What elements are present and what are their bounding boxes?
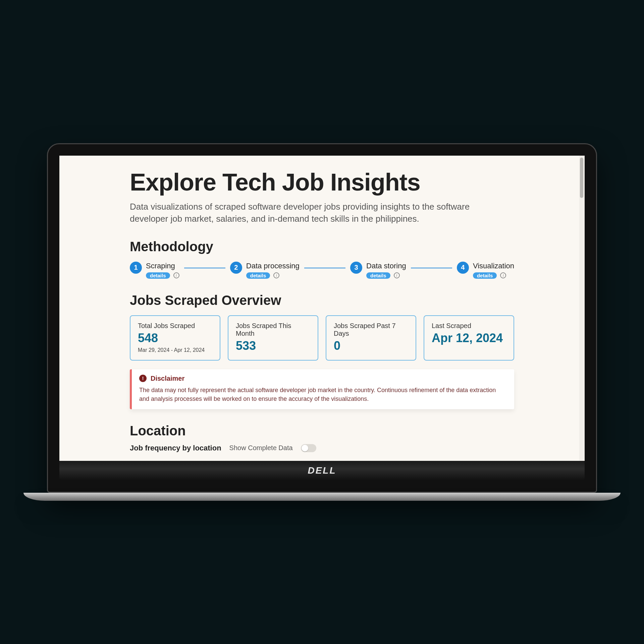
step-connector	[184, 268, 225, 268]
details-button[interactable]: details	[366, 272, 390, 279]
screen: Explore Tech Job Insights Data visualiza…	[59, 156, 585, 461]
info-icon[interactable]: i	[273, 272, 279, 278]
step-visualization: 4 Visualization details i	[457, 262, 514, 279]
step-scraping: 1 Scraping details i	[130, 262, 179, 279]
laptop-hinge: DELL	[59, 461, 585, 480]
laptop-base	[23, 493, 621, 501]
step-number-icon: 3	[350, 262, 362, 274]
alert-icon: !	[139, 375, 147, 382]
location-heading: Location	[130, 423, 514, 438]
step-number-icon: 1	[130, 262, 142, 274]
details-button[interactable]: details	[246, 272, 270, 279]
card-label: Last Scraped	[432, 322, 506, 330]
location-controls: Job frequency by location Show Complete …	[130, 444, 514, 452]
step-title: Data processing	[246, 262, 300, 270]
card-this-month: Jobs Scraped This Month 533	[228, 315, 318, 361]
card-value: 533	[236, 339, 310, 353]
toggle-label: Show Complete Data	[229, 444, 293, 452]
card-value: 0	[334, 339, 408, 353]
step-data-processing: 2 Data processing details i	[230, 262, 300, 279]
laptop-lid: Explore Tech Job Insights Data visualiza…	[47, 143, 597, 493]
step-connector	[304, 268, 345, 268]
info-icon[interactable]: i	[500, 272, 506, 278]
details-button[interactable]: details	[146, 272, 170, 279]
page-lead: Data visualizations of scraped software …	[130, 201, 485, 225]
step-connector	[411, 268, 452, 268]
methodology-stepper: 1 Scraping details i 2 Da	[130, 262, 514, 279]
details-button[interactable]: details	[473, 272, 497, 279]
card-label: Jobs Scraped Past 7 Days	[334, 322, 408, 337]
scrollbar[interactable]	[579, 156, 584, 461]
card-last-scraped: Last Scraped Apr 12, 2024	[424, 315, 514, 361]
step-number-icon: 4	[457, 262, 469, 274]
step-data-storing: 3 Data storing details i	[350, 262, 406, 279]
step-title: Visualization	[473, 262, 514, 270]
page-title: Explore Tech Job Insights	[130, 168, 514, 196]
scrollbar-thumb[interactable]	[580, 158, 583, 198]
info-icon[interactable]: i	[394, 272, 400, 278]
disclaimer-title: Disclaimer	[151, 375, 184, 382]
brand-logo: DELL	[308, 465, 336, 476]
card-value: 548	[138, 331, 212, 345]
card-sub: Mar 29, 2024 - Apr 12, 2024	[138, 347, 212, 353]
step-number-icon: 2	[230, 262, 242, 274]
disclaimer-body: The data may not fully represent the act…	[139, 386, 507, 403]
card-total-jobs: Total Jobs Scraped 548 Mar 29, 2024 - Ap…	[130, 315, 220, 361]
overview-heading: Jobs Scraped Overview	[130, 293, 514, 308]
overview-cards: Total Jobs Scraped 548 Mar 29, 2024 - Ap…	[130, 315, 514, 361]
card-past-7-days: Jobs Scraped Past 7 Days 0	[326, 315, 416, 361]
step-title: Scraping	[146, 262, 179, 270]
page-content: Explore Tech Job Insights Data visualiza…	[59, 156, 585, 461]
location-subheading: Job frequency by location	[130, 444, 221, 452]
step-title: Data storing	[366, 262, 406, 270]
methodology-heading: Methodology	[130, 239, 514, 254]
show-complete-data-toggle[interactable]	[301, 444, 316, 452]
card-label: Jobs Scraped This Month	[236, 322, 310, 337]
disclaimer-panel: ! Disclaimer The data may not fully repr…	[130, 369, 514, 409]
info-icon[interactable]: i	[173, 272, 179, 278]
card-label: Total Jobs Scraped	[138, 322, 212, 330]
card-value: Apr 12, 2024	[432, 331, 506, 345]
laptop-frame: Explore Tech Job Insights Data visualiza…	[47, 143, 597, 501]
